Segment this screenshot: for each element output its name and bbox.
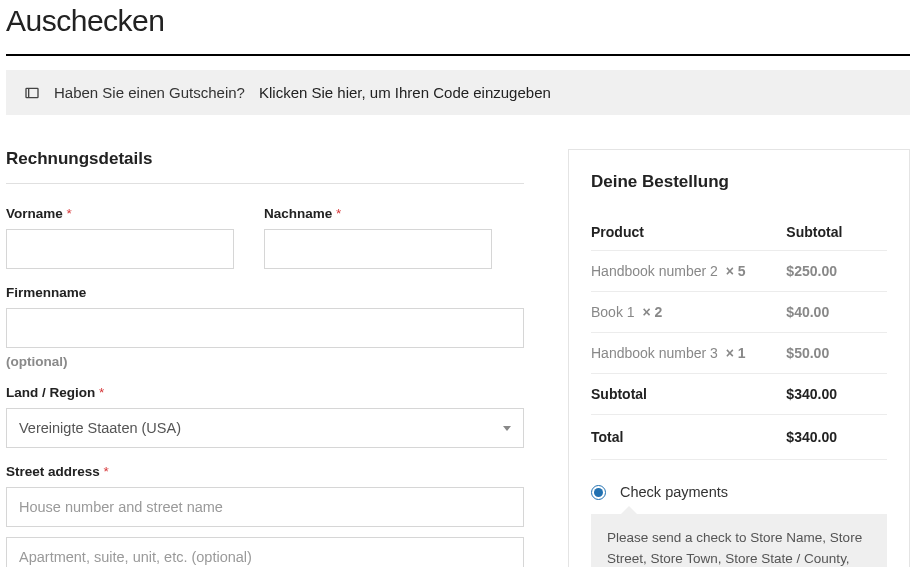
payment-check-description: Please send a check to Store Name, Store… — [591, 514, 887, 567]
total-row: Total $340.00 — [591, 415, 887, 460]
table-row: Book 1 × 2 $40.00 — [591, 292, 887, 333]
order-summary: Deine Bestellung Product Subtotal Handbo… — [568, 149, 910, 567]
svg-rect-0 — [26, 88, 38, 97]
required-mark: * — [104, 464, 109, 479]
country-label: Land / Region * — [6, 385, 524, 400]
order-table: Product Subtotal Handbook number 2 × 5 $… — [591, 214, 887, 460]
coupon-notice: Haben Sie einen Gutschein? Klicken Sie h… — [6, 70, 910, 115]
street-address-1-field[interactable] — [6, 487, 524, 527]
country-select[interactable]: Vereinigte Staaten (USA) — [6, 408, 524, 448]
subtotal-row: Subtotal $340.00 — [591, 374, 887, 415]
company-field[interactable] — [6, 308, 524, 348]
company-label: Firmenname — [6, 285, 524, 300]
last-name-field[interactable] — [264, 229, 492, 269]
billing-details: Rechnungsdetails Vorname * Nachname * Fi… — [6, 149, 524, 567]
company-optional-hint: (optional) — [6, 354, 524, 369]
col-subtotal: Subtotal — [786, 214, 887, 251]
required-mark: * — [67, 206, 72, 221]
coupon-question: Haben Sie einen Gutschein? — [54, 84, 245, 101]
title-divider — [6, 54, 910, 56]
line-item-name: Book 1 — [591, 304, 635, 320]
street-address-label: Street address * — [6, 464, 524, 479]
required-mark: * — [99, 385, 104, 400]
coupon-toggle-link[interactable]: Klicken Sie hier, um Ihren Code einzugeb… — [259, 84, 551, 101]
line-item-price: $50.00 — [786, 333, 887, 374]
required-mark: * — [336, 206, 341, 221]
first-name-field[interactable] — [6, 229, 234, 269]
col-product: Product — [591, 214, 786, 251]
payment-label-check: Check payments — [620, 484, 728, 500]
payment-option-check[interactable]: Check payments — [591, 484, 887, 500]
line-item-qty: × 5 — [726, 263, 746, 279]
page-title: Auschecken — [6, 4, 910, 38]
line-item-name: Handbook number 3 — [591, 345, 718, 361]
table-row: Handbook number 2 × 5 $250.00 — [591, 251, 887, 292]
last-name-label: Nachname * — [264, 206, 492, 221]
table-row: Handbook number 3 × 1 $50.00 — [591, 333, 887, 374]
payment-methods: Check payments Please send a check to St… — [591, 484, 887, 567]
line-item-name: Handbook number 2 — [591, 263, 718, 279]
first-name-label: Vorname * — [6, 206, 234, 221]
order-heading: Deine Bestellung — [591, 172, 887, 192]
line-item-price: $40.00 — [786, 292, 887, 333]
country-select-value: Vereinigte Staaten (USA) — [19, 420, 181, 436]
line-item-qty: × 1 — [726, 345, 746, 361]
line-item-qty: × 2 — [642, 304, 662, 320]
billing-heading: Rechnungsdetails — [6, 149, 524, 184]
street-address-2-field[interactable] — [6, 537, 524, 567]
coupon-icon — [24, 85, 40, 101]
chevron-down-icon — [503, 426, 511, 431]
payment-radio-check[interactable] — [591, 485, 606, 500]
line-item-price: $250.00 — [786, 251, 887, 292]
